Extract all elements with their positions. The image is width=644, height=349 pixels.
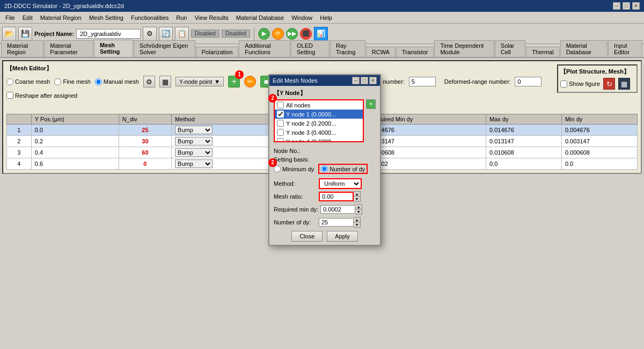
grid-view-btn[interactable]: ▦ — [618, 78, 630, 90]
reshape-label[interactable]: Reshape after assigned — [6, 92, 77, 99]
cell-method[interactable]: BumpUniformLinear — [172, 158, 279, 170]
tab-material-region[interactable]: Material Region — [1, 40, 43, 57]
stop-btn[interactable]: ⬛ — [300, 28, 312, 40]
menu-mesh-setting[interactable]: Mesh Setting — [86, 13, 127, 22]
save-btn[interactable]: 💾 — [18, 27, 32, 41]
manual-mesh-radio-input[interactable] — [95, 78, 102, 85]
method-select[interactable]: Uniform Bump Linear — [319, 178, 362, 189]
tab-solar-cell[interactable]: Solar Cell — [495, 40, 526, 57]
menu-help[interactable]: Help — [317, 13, 335, 22]
toolbar-icon3[interactable]: 📋 — [175, 27, 189, 41]
close-btn[interactable]: ✕ — [632, 2, 640, 10]
node-add-btn[interactable]: + — [366, 99, 376, 109]
method-dropdown-3[interactable]: BumpUniformLinear — [175, 159, 213, 168]
open-btn[interactable]: 📂 — [2, 27, 16, 41]
fine-mesh-radio[interactable]: Fine mesh — [54, 78, 90, 85]
show-figure-label[interactable]: Show figure — [560, 81, 600, 88]
num-dy-input[interactable] — [319, 218, 354, 227]
menu-view-results[interactable]: View Results — [191, 13, 231, 22]
mesh-grid-btn[interactable]: ▦ — [159, 76, 171, 88]
play-btn1[interactable]: ▶ — [258, 28, 270, 40]
show-figure-checkbox[interactable] — [560, 81, 567, 88]
deformed-input[interactable] — [515, 77, 541, 86]
node-2-checkbox[interactable] — [277, 120, 284, 127]
num-dy-up[interactable]: ▲ — [354, 217, 360, 222]
num-dy-down[interactable]: ▼ — [354, 222, 360, 227]
chart-btn[interactable]: 📊 — [314, 27, 328, 41]
coarse-mesh-radio-input[interactable] — [6, 78, 13, 85]
req-min-dy-up[interactable]: ▲ — [355, 205, 362, 209]
min-dy-radio[interactable]: Minimum dy — [274, 165, 314, 172]
req-min-dy-spinner[interactable]: ▲ ▼ — [320, 204, 362, 215]
node-3-checkbox[interactable] — [277, 129, 284, 136]
manual-mesh-radio[interactable]: Manual mesh — [95, 78, 139, 85]
tab-material-parameter[interactable]: Material Parameter — [44, 40, 93, 57]
tab-input-editor[interactable]: Input Editor — [608, 40, 642, 57]
toolbar-icon1[interactable]: ⚙ — [143, 27, 157, 41]
node-all-checkbox[interactable] — [277, 101, 284, 108]
num-dy-radio-input[interactable] — [321, 165, 328, 172]
tab-oled[interactable]: OLED Setting — [291, 40, 330, 57]
req-min-dy-down[interactable]: ▼ — [355, 209, 362, 214]
y-node-input[interactable] — [409, 77, 436, 86]
req-min-dy-spin-btns[interactable]: ▲ ▼ — [355, 204, 362, 215]
y-node-dropdown[interactable]: Y-node point ▼ — [175, 77, 224, 86]
tab-mesh-setting[interactable]: Mesh Setting — [94, 40, 133, 57]
modal-minimize[interactable]: ─ — [352, 77, 360, 84]
num-dy-spinner[interactable]: ▲ ▼ — [319, 217, 361, 228]
tab-schrodinger[interactable]: Schrödinger Eigen Solver — [134, 40, 195, 57]
project-name[interactable]: 2D_ygradualdiv — [76, 29, 141, 39]
tab-material-database2[interactable]: Material Database — [560, 40, 608, 57]
tab-rcwa[interactable]: RCWA — [366, 47, 396, 57]
num-dy-spin-btns[interactable]: ▲ ▼ — [354, 217, 361, 228]
modal-maximize[interactable]: □ — [361, 77, 368, 84]
num-dy-radio[interactable]: Number of dy — [318, 164, 368, 174]
menu-material-region[interactable]: Material Region — [37, 13, 85, 22]
tab-ray-tracing[interactable]: Ray Tracing — [330, 40, 365, 57]
tab-time-dependent[interactable]: Time Dependent Module — [434, 40, 494, 57]
tab-polarization[interactable]: Polarization — [196, 47, 238, 57]
tab-thermal[interactable]: Thermal — [526, 47, 559, 57]
mesh-gear-btn[interactable]: ⚙ — [143, 76, 155, 88]
mesh-ratio-up[interactable]: ▲ — [354, 192, 360, 197]
menu-edit[interactable]: Edit — [19, 13, 36, 22]
node-1-checkbox[interactable] — [277, 111, 284, 118]
req-min-dy-input[interactable] — [320, 205, 355, 214]
tab-additional-functions[interactable]: Additional Functions — [239, 40, 290, 57]
method-dropdown-1[interactable]: BumpUniformLinear — [175, 137, 213, 146]
node-1[interactable]: Y node 1 (0.0000... — [275, 110, 363, 119]
mesh-ratio-down[interactable]: ▼ — [354, 197, 360, 201]
node-3[interactable]: Y node 3 (0.4000... — [275, 128, 363, 137]
coarse-mesh-radio[interactable]: Coarse mesh — [6, 78, 50, 85]
menu-run[interactable]: Run — [173, 13, 190, 22]
modal-close-btn[interactable]: ✕ — [369, 77, 377, 84]
edit-node-btn[interactable]: ✏ — [244, 76, 256, 88]
close-button[interactable]: Close — [291, 231, 323, 242]
cell-method[interactable]: BumpUniformLinear — [172, 125, 279, 136]
mesh-ratio-input[interactable] — [319, 192, 354, 201]
tab-transistor[interactable]: Transistor — [396, 47, 434, 57]
menu-material-database[interactable]: Material Database — [233, 13, 287, 22]
node-4-checkbox[interactable] — [277, 138, 284, 142]
fine-mesh-radio-input[interactable] — [54, 78, 61, 85]
node-4[interactable]: Y node 4 (0.6000... — [275, 137, 363, 142]
play-btn2[interactable]: ⟳ — [272, 28, 284, 40]
reshape-checkbox[interactable] — [6, 92, 13, 99]
toolbar-icon2[interactable]: 🔄 — [159, 27, 173, 41]
cell-method[interactable]: BumpUniformLinear — [172, 147, 279, 158]
cell-method[interactable]: BumpUniformLinear — [172, 136, 279, 147]
node-2[interactable]: Y node 2 (0.2000... — [275, 119, 363, 128]
mesh-ratio-spinner[interactable]: ▲ ▼ — [319, 191, 361, 202]
node-list[interactable]: All nodes Y node 1 (0.0000... Y node 2 (… — [274, 99, 364, 142]
node-all[interactable]: All nodes — [275, 100, 363, 110]
menu-file[interactable]: File — [2, 13, 18, 22]
refresh-btn[interactable]: ↻ — [603, 78, 615, 90]
mesh-ratio-spin-btns[interactable]: ▲ ▼ — [354, 191, 361, 202]
play-btn3[interactable]: ▶▶ — [286, 28, 298, 40]
maximize-btn[interactable]: □ — [623, 2, 630, 10]
method-dropdown-0[interactable]: BumpUniformLinear — [175, 126, 213, 134]
apply-button[interactable]: Apply — [327, 231, 358, 242]
menu-functionalities[interactable]: Functionalities — [128, 13, 172, 22]
method-dropdown-2[interactable]: BumpUniformLinear — [175, 148, 213, 157]
minimize-btn[interactable]: ─ — [613, 2, 620, 10]
